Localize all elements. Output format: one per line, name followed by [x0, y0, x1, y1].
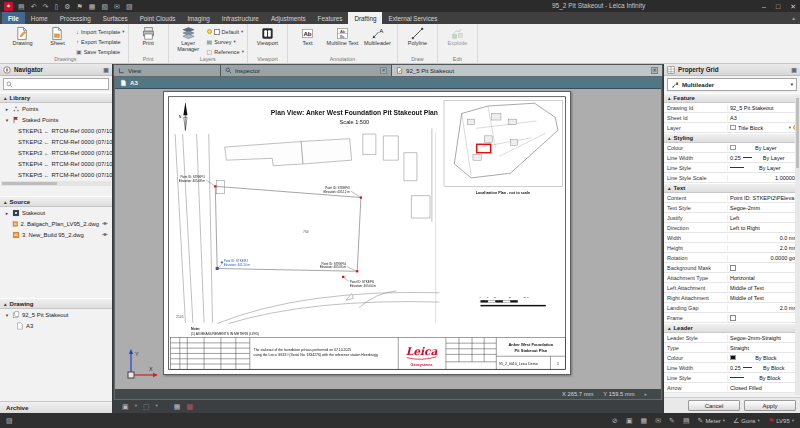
text-button[interactable]: Ab Text [291, 25, 324, 47]
tab-drafting[interactable]: Drafting [348, 12, 382, 24]
grid-tool-icon[interactable]: ▦ [174, 403, 181, 410]
sheet-tab-a3[interactable]: A3 [115, 77, 661, 89]
drawing-button[interactable]: Drawing [6, 25, 39, 47]
property-row[interactable]: DirectionLeft to Right▾ [664, 223, 800, 233]
navigator-search[interactable] [3, 78, 109, 90]
selector-dropdown-icon[interactable]: ▾ [791, 82, 793, 87]
collapse-ribbon-icon[interactable]: ▴ [792, 15, 795, 21]
sheet-button[interactable]: Sheet [41, 25, 74, 47]
notes-icon[interactable]: ✎ [669, 417, 675, 424]
property-row[interactable]: Leader StyleSegoe-2mm-Straight▾ [664, 333, 800, 343]
close-button[interactable]: ✕ [790, 3, 796, 10]
crs-selector[interactable]: ⚑LV95▾ [768, 417, 794, 424]
selection-grip[interactable] [221, 261, 223, 263]
stake-point[interactable] [356, 270, 358, 272]
property-row-line-width[interactable]: Line Width0.25By Layer▾ [664, 153, 800, 163]
frame-checkbox[interactable] [730, 315, 736, 321]
property-row[interactable]: Width0.0 mm [664, 233, 800, 243]
message-icon[interactable]: ✉ [655, 417, 661, 424]
property-row[interactable]: JustifyLeft▾ [664, 213, 800, 223]
close-stakeout-icon[interactable]: ✕ [651, 67, 658, 74]
drawing-section-header[interactable]: ▴Drawing [0, 298, 112, 309]
stake-point[interactable] [342, 276, 344, 278]
property-row[interactable]: Landing Gap2.0 mm [664, 303, 800, 313]
snapshot-icon[interactable]: ⚑ [77, 3, 83, 10]
property-row[interactable]: Text StyleSegoe-2mm▾ [664, 203, 800, 213]
property-row[interactable]: Height2.0 mm [664, 243, 800, 253]
tree-item-balgach-dwg[interactable]: 2. Balgach_Plan_LV95_2.dwg [0, 218, 112, 229]
search-input[interactable] [15, 80, 106, 89]
property-row[interactable]: Right AttachmentMiddle of Text▾ [664, 293, 800, 303]
tree-item-newbuild-dwg[interactable]: 3. New_Build 95_2.dwg [0, 229, 112, 240]
dropdown-icon[interactable]: ▾ [789, 125, 791, 130]
section-leader[interactable]: ▴Leader [664, 323, 800, 333]
tab-external-services[interactable]: External Services [382, 12, 443, 24]
print-button[interactable]: Print [132, 25, 165, 47]
pan-tool-dropdown-icon[interactable]: ▾ [156, 404, 158, 409]
image-icon[interactable]: ▧ [101, 3, 108, 10]
polyline-button[interactable]: Polyline [401, 25, 434, 47]
section-feature[interactable]: ▴Feature [664, 93, 800, 103]
select-tool-icon[interactable]: ▣ [122, 403, 129, 410]
selected-stake-point[interactable] [216, 267, 219, 270]
tree-item-drawing-92-5[interactable]: ▾ 92_5 Pit Stakeout [0, 309, 112, 320]
tree-item-stkept5[interactable]: STKEPt5 ← RTCM-Ref 0000 (07/10/ [0, 169, 112, 180]
snap-tool-icon[interactable]: ▩ [186, 403, 193, 410]
property-row[interactable]: Attachment TypeHorizontal▾ [664, 273, 800, 283]
property-row-leader-line-width[interactable]: Line Width0.25By Block▾ [664, 363, 800, 373]
property-row-arrow[interactable]: ArrowClosed Filled▾ [664, 383, 800, 393]
tab-92-5-pit-stakeout[interactable]: 92_5 Pit Stakeout ✕ [392, 65, 662, 76]
survey-layer-select[interactable]: ▤Survey▾ [207, 37, 244, 46]
library-horizontal-scrollbar[interactable] [1, 181, 111, 186]
drawing-canvas[interactable]: N Plan View: Anker West Foundation Pit S… [115, 89, 661, 389]
property-row-leader-line-style[interactable]: Line StyleBy Block▾ [664, 373, 800, 383]
coordinate-settings-icon[interactable]: ▸ [644, 391, 647, 397]
stake-point[interactable] [360, 196, 362, 198]
tab-point-clouds[interactable]: Point Clouds [134, 12, 182, 24]
cancel-button[interactable]: Cancel [688, 400, 740, 411]
property-row-frame[interactable]: Frame [664, 313, 800, 323]
property-row-line-style[interactable]: Line StyleBy Layer▾ [664, 163, 800, 173]
minimize-button[interactable]: – [762, 3, 766, 10]
entity-type-selector[interactable]: A Multileader ▾ [667, 78, 797, 91]
tree-item-stkept4[interactable]: STKEPt4 ← RTCM-Ref 0000 (07/10/ [0, 158, 112, 169]
source-section-header[interactable]: ▴Source [0, 196, 112, 207]
undo-icon[interactable]: ↶ [31, 3, 37, 10]
save-icon[interactable]: ▤ [18, 3, 25, 10]
background-image-icon[interactable]: ▨ [6, 417, 13, 424]
mail-icon[interactable]: ✉ [114, 3, 120, 10]
stake-point[interactable] [214, 185, 216, 187]
visibility-eye-icon[interactable] [101, 220, 109, 227]
property-row[interactable]: Line Style Scale1.000000 [664, 173, 800, 183]
grid-snap-icon[interactable]: ▦ [641, 417, 648, 424]
delete-icon[interactable]: ▯ [54, 3, 58, 10]
reference-layer-select[interactable]: ▢Reference▾ [207, 47, 244, 56]
import-template-button[interactable]: ↓Import Template▾ [76, 27, 125, 36]
visibility-eye-icon[interactable] [101, 231, 109, 238]
tab-home[interactable]: Home [25, 12, 54, 24]
archive-section-header[interactable]: Archive [0, 401, 112, 413]
background-mask-checkbox[interactable] [730, 265, 736, 271]
property-row-background-mask[interactable]: Background Mask [664, 263, 800, 273]
maximize-button[interactable]: □ [776, 3, 780, 10]
library-section-header[interactable]: ▴Library [0, 92, 112, 103]
selection-mode-icon[interactable]: ▣ [626, 417, 633, 424]
property-row[interactable]: TypeStraight▾ [664, 343, 800, 353]
property-row-layer[interactable]: LayerTitle Block▾ [664, 123, 800, 133]
property-row-leader-colour[interactable]: ColourBy Block▾ [664, 353, 800, 363]
tree-item-sheet-a3[interactable]: A3 [0, 320, 112, 331]
section-styling[interactable]: ▴Styling [664, 133, 800, 143]
settings-icon[interactable]: ⚙ [64, 3, 70, 10]
sheet-a3-paper[interactable]: N Plan View: Anker West Foundation Pit S… [163, 91, 571, 375]
property-row-colour[interactable]: ColourBy Layer▾ [664, 143, 800, 153]
tree-item-stkept1[interactable]: STKEPt1 ← RTCM-Ref 0000 (07/10/ [0, 125, 112, 136]
tab-infrastructure[interactable]: Infrastructure [216, 12, 265, 24]
export-template-button[interactable]: ↑Export Template [76, 37, 125, 46]
tree-item-staked-points[interactable]: ▾ Staked Points [0, 114, 112, 125]
multileader-button[interactable]: A Multileader [361, 25, 394, 47]
close-inspector-icon[interactable]: ✕ [380, 67, 387, 74]
select-tool-dropdown-icon[interactable]: ▾ [135, 404, 137, 409]
tab-features[interactable]: Features [312, 12, 349, 24]
tab-imaging[interactable]: Imaging [181, 12, 215, 24]
tab-file[interactable]: File [2, 12, 25, 24]
